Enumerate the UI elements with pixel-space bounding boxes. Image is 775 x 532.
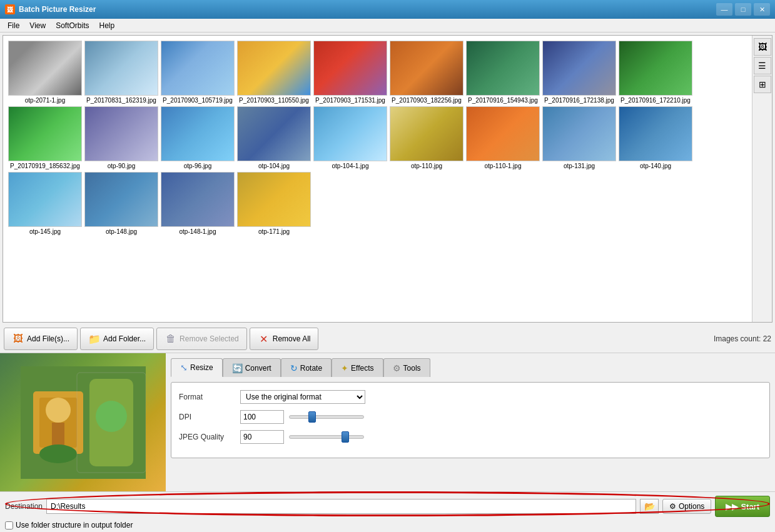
tab-tools[interactable]: ⚙ Tools xyxy=(383,358,430,377)
gallery-item[interactable]: P_20170916_172210.jpg xyxy=(619,41,692,104)
gallery-item[interactable]: P_20170903_182256.jpg xyxy=(390,41,463,104)
gallery-item[interactable]: P_20170903_171531.jpg xyxy=(313,41,387,104)
preview-image xyxy=(0,353,166,491)
toolbar: 🖼 Add File(s)... 📁 Add Folder... 🗑 Remov… xyxy=(0,325,775,353)
jpeg-quality-slider-thumb[interactable] xyxy=(342,431,349,443)
remove-all-button[interactable]: ✕ Remove All xyxy=(250,328,319,350)
dpi-slider[interactable] xyxy=(289,415,364,419)
svg-point-7 xyxy=(96,401,127,432)
gallery-item[interactable]: otp-140.jpg xyxy=(619,106,692,169)
gallery-item[interactable]: otp-2071-1.jpg xyxy=(8,41,82,104)
thumbnail-label: P_20170916_154943.jpg xyxy=(468,97,538,104)
gallery-item[interactable]: P_20170919_185632.jpg xyxy=(8,106,82,169)
folder-structure-checkbox[interactable] xyxy=(5,521,13,529)
format-select[interactable]: Use the original format xyxy=(240,390,365,404)
tab-rotate[interactable]: ↻ Rotate xyxy=(281,358,332,377)
thumbnail-label: otp-104.jpg xyxy=(258,163,290,169)
gallery-item[interactable]: otp-110.jpg xyxy=(390,106,463,169)
gallery-item[interactable]: otp-148.jpg xyxy=(84,172,158,235)
destination-bar: Destination 📂 ⚙ Options ▶▶ Start xyxy=(0,491,775,521)
jpeg-quality-slider[interactable] xyxy=(289,435,364,439)
sidebar-icon-image[interactable]: 🖼 xyxy=(754,38,771,56)
dpi-slider-thumb[interactable] xyxy=(308,411,316,423)
start-button[interactable]: ▶▶ Start xyxy=(715,496,770,517)
thumbnail-label: P_20170831_162319.jpg xyxy=(86,97,156,104)
thumbnail-label: otp-131.jpg xyxy=(564,163,595,169)
thumbnail-image xyxy=(542,106,616,161)
tab-effects-label: Effects xyxy=(351,364,373,373)
thumbnail-label: otp-110-1.jpg xyxy=(485,163,522,169)
menu-bar: File View SoftOrbits Help xyxy=(0,19,775,33)
resize-tab-icon: ⤡ xyxy=(180,363,188,373)
thumbnail-image xyxy=(313,106,387,161)
tab-effects[interactable]: ✦ Effects xyxy=(332,358,383,377)
dpi-label: DPI xyxy=(179,413,235,421)
thumbnail-label: otp-90.jpg xyxy=(108,163,135,169)
close-button[interactable]: ✕ xyxy=(754,3,770,16)
menu-help[interactable]: Help xyxy=(94,20,120,31)
destination-input[interactable] xyxy=(46,499,636,514)
tab-convert[interactable]: 🔄 Convert xyxy=(223,358,281,377)
add-folder-icon: 📁 xyxy=(88,333,101,345)
menu-view[interactable]: View xyxy=(24,20,51,31)
thumbnail-label: P_20170903_105719.jpg xyxy=(163,97,233,104)
jpeg-quality-label: JPEG Quality xyxy=(179,433,235,441)
gallery-item[interactable]: P_20170916_172138.jpg xyxy=(542,41,616,104)
window-controls: — □ ✕ xyxy=(716,3,770,16)
options-button[interactable]: ⚙ Options xyxy=(662,499,711,514)
gallery-item[interactable]: otp-131.jpg xyxy=(542,106,616,169)
thumbnail-image xyxy=(84,106,158,161)
gallery-item[interactable]: otp-171.jpg xyxy=(237,172,311,235)
jpeg-quality-input[interactable] xyxy=(240,430,284,444)
thumbnail-label: P_20170916_172138.jpg xyxy=(544,97,614,104)
remove-selected-button[interactable]: 🗑 Remove Selected xyxy=(156,328,247,350)
gallery-item[interactable]: otp-104.jpg xyxy=(237,106,311,169)
gallery-item[interactable]: otp-148-1.jpg xyxy=(161,172,235,235)
menu-file[interactable]: File xyxy=(3,20,24,31)
app-title: Batch Picture Resizer xyxy=(19,5,96,14)
app-icon: 🖼 xyxy=(5,4,15,14)
tab-resize[interactable]: ⤡ Resize xyxy=(171,358,223,377)
thumbnail-label: P_20170903_171531.jpg xyxy=(315,97,385,104)
sidebar-icon-list[interactable]: ☰ xyxy=(754,57,771,74)
gallery-item[interactable]: otp-145.jpg xyxy=(8,172,82,235)
gallery-scroll: otp-2071-1.jpgP_20170831_162319.jpgP_201… xyxy=(3,36,752,322)
thumbnail-label: P_20170903_110550.jpg xyxy=(239,97,309,104)
format-label: Format xyxy=(179,393,235,401)
minimize-button[interactable]: — xyxy=(716,3,732,16)
thumbnail-label: P_20170903_182256.jpg xyxy=(392,97,462,104)
dpi-row: DPI xyxy=(179,410,762,424)
add-folder-label: Add Folder... xyxy=(103,334,146,343)
add-files-icon: 🖼 xyxy=(12,333,24,345)
gallery-item[interactable]: P_20170831_162319.jpg xyxy=(84,41,158,104)
add-files-button[interactable]: 🖼 Add File(s)... xyxy=(4,328,78,350)
thumbnail-image xyxy=(161,172,235,227)
gallery-item[interactable]: otp-90.jpg xyxy=(84,106,158,169)
gallery-item[interactable]: P_20170903_105719.jpg xyxy=(161,41,235,104)
thumbnail-label: otp-110.jpg xyxy=(411,163,442,169)
thumbnail-label: otp-145.jpg xyxy=(29,228,61,235)
thumbnail-image xyxy=(161,106,235,161)
maximize-button[interactable]: □ xyxy=(735,3,751,16)
thumbnail-label: otp-148.jpg xyxy=(106,228,137,235)
thumbnail-image xyxy=(8,41,82,96)
sidebar-icon-grid[interactable]: ⊞ xyxy=(754,76,771,93)
gallery-item[interactable]: otp-96.jpg xyxy=(161,106,235,169)
gallery-item[interactable]: otp-104-1.jpg xyxy=(313,106,387,169)
menu-softorbits[interactable]: SoftOrbits xyxy=(51,20,94,31)
thumbnail-label: otp-96.jpg xyxy=(184,163,211,169)
thumbnail-image xyxy=(8,172,82,227)
options-label: Options xyxy=(679,502,704,511)
preview-area xyxy=(0,353,166,491)
dpi-input[interactable] xyxy=(240,410,284,424)
gallery-item[interactable]: P_20170916_154943.jpg xyxy=(466,41,540,104)
gallery-item[interactable]: P_20170903_110550.jpg xyxy=(237,41,311,104)
jpeg-quality-row: JPEG Quality xyxy=(179,430,762,444)
destination-browse-button[interactable]: 📂 xyxy=(640,499,659,514)
remove-selected-label: Remove Selected xyxy=(180,334,239,343)
gallery-item[interactable]: otp-110-1.jpg xyxy=(466,106,540,169)
thumbnail-image xyxy=(237,172,311,227)
thumbnail-image xyxy=(161,41,235,96)
gear-icon: ⚙ xyxy=(669,502,676,511)
add-folder-button[interactable]: 📁 Add Folder... xyxy=(80,328,154,350)
